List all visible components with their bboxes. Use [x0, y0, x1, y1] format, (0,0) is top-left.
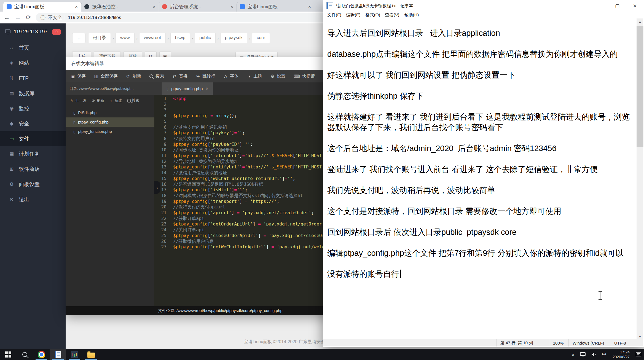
scrollbar[interactable]: ▲ ▼	[637, 18, 643, 340]
breadcrumb-item[interactable]: bswp	[170, 33, 190, 43]
scrollbar-th umb[interactable]	[637, 26, 643, 147]
code-text: <?php	[170, 96, 186, 102]
sidebar-item[interactable]: ◆安全	[0, 116, 66, 131]
sidebar-item[interactable]: ◉监控	[0, 101, 66, 116]
tab-close-icon[interactable]: ✕	[205, 87, 208, 91]
taskbar-app-icon[interactable]	[66, 349, 83, 360]
file-tree-item[interactable]: ▯ptpay_config.php	[66, 117, 154, 127]
editor-toolbar-button[interactable]: ⚙设置	[270, 73, 286, 79]
network-icon[interactable]	[577, 352, 588, 357]
sidebar-menu: ⌂首页◈网站⇅FTP▤数据库◉监控◆安全▭文件▦计划任务⊞软件商店⚙面板设置⊗退…	[0, 40, 66, 207]
editor-toolbar-button[interactable]: A字体	[224, 73, 239, 79]
file-panel-action[interactable]: ↰上一级	[69, 98, 86, 103]
screen: { "browser": { "tabs": [ {"title": "宝塔Li…	[0, 0, 644, 360]
tab-close-icon[interactable]: ×	[230, 4, 233, 9]
breadcrumb-item[interactable]: core	[252, 33, 270, 43]
file-tab[interactable]: ▯ ptpay_config.php ✕	[162, 82, 213, 95]
editor-toolbar-button[interactable]: ▣保存	[71, 73, 86, 79]
taskbar-chrome-icon[interactable]	[33, 349, 50, 360]
file-panel-action[interactable]: +新建	[109, 98, 122, 103]
editor-toolbar-button[interactable]: ⌨快捷键	[294, 73, 315, 79]
breadcrumb-item[interactable]: public	[195, 33, 216, 43]
breadcrumb-item[interactable]: www	[116, 33, 135, 43]
text-line: 这个支付是对接派特，回到网站根目录 需要修改一个地方即可使用	[327, 206, 632, 216]
volume-icon[interactable]	[588, 352, 599, 357]
taskbar-start-icon[interactable]	[0, 349, 17, 360]
line-number: 4	[154, 113, 170, 119]
code-text: $ptpay_config['returnUrl']='http://'.$_S…	[170, 153, 327, 159]
file-panel-action[interactable]: ⟳刷新	[91, 98, 104, 103]
menu-item[interactable]: 文件(F)	[325, 12, 344, 18]
sidebar-item[interactable]: ⌂首页	[0, 40, 66, 55]
line-number: 12	[154, 159, 170, 165]
browser-tab[interactable]: 后台管理系统 -×	[159, 2, 237, 12]
editor-toolbar-button[interactable]: 搜索	[149, 73, 164, 79]
editor-toolbar-button[interactable]: ◑主题	[247, 73, 262, 79]
tab-close-icon[interactable]: ×	[153, 4, 155, 9]
menu-item[interactable]: 编辑(E)	[344, 12, 363, 18]
start-icon	[5, 351, 11, 358]
sidebar-item[interactable]: ▭文件	[0, 131, 66, 146]
breadcrumb-item[interactable]: 根目录	[88, 33, 111, 43]
tab-favicon-icon	[240, 4, 245, 9]
minimize-button[interactable]: –	[591, 0, 608, 11]
sidebar-item[interactable]: ▦计划任务	[0, 146, 66, 162]
menu-item[interactable]: 帮助(H)	[402, 12, 422, 18]
clock[interactable]: 17:24 2020/8/27	[609, 350, 633, 359]
browser-tab[interactable]: 宝塔Linux面板×	[3, 2, 81, 12]
action-center-icon[interactable]	[633, 352, 644, 357]
editor-toolbar-button[interactable]: ⟳刷新	[126, 73, 141, 79]
reload-icon[interactable]: ⟳	[26, 14, 31, 21]
ime-indicator[interactable]: 中	[599, 352, 609, 358]
notification-badge[interactable]: 0	[52, 29, 61, 35]
editor-toolbar-button[interactable]: ▥全部保存	[94, 73, 118, 79]
code-text: //同步地址 替换为你的同步地址	[170, 147, 238, 153]
forward-icon[interactable]: →	[15, 14, 21, 21]
sidebar-item[interactable]: ◈网站	[0, 55, 66, 71]
breadcrumb-back-button[interactable]: ←	[72, 33, 85, 43]
close-button[interactable]: ✕	[626, 0, 644, 11]
url-text: 119.29.113.197:8888/files	[68, 15, 121, 20]
notepad-text-area[interactable]: 导入进去后回到网站根目录 进入目录applicationdatabase.php…	[323, 18, 637, 340]
maximize-button[interactable]: ▢	[608, 0, 626, 11]
sidebar-item[interactable]: ⊞软件商店	[0, 162, 66, 177]
file-panel-action[interactable]: 搜索	[127, 98, 139, 103]
server-row[interactable]: 119.29.113.197 0	[0, 23, 66, 40]
back-icon[interactable]: ←	[4, 14, 10, 21]
text-line	[327, 237, 632, 248]
sidebar-item[interactable]: ▤数据库	[0, 86, 66, 101]
file-tree-item[interactable]: ▯PtSdk.php	[66, 108, 154, 117]
text-line	[327, 38, 632, 49]
menu-item[interactable]: 格式(O)	[363, 12, 382, 18]
sidebar-item[interactable]: ⇅FTP	[0, 71, 66, 86]
refresh-icon: ⟳	[91, 98, 96, 103]
taskbar-search-icon[interactable]	[17, 349, 33, 360]
scroll-down-icon[interactable]: ▼	[637, 334, 643, 340]
taskbar-explorer-icon[interactable]	[83, 349, 99, 360]
editor-toolbar-button[interactable]: ⇄替换	[172, 73, 187, 79]
menu-item[interactable]: 查看(V)	[383, 12, 402, 18]
scroll-up-icon[interactable]: ▲	[637, 18, 643, 25]
taskbar-notepad-icon[interactable]	[50, 349, 66, 360]
browser-tab[interactable]: 宝塔Linux面板×	[237, 2, 314, 12]
file-tree-item[interactable]: ▯ptpay_function.php	[66, 127, 154, 136]
info-icon[interactable]: ⓘ	[40, 14, 45, 21]
editor-toolbar-button[interactable]: ↪跳转行	[196, 73, 215, 79]
tab-close-icon[interactable]: ×	[75, 4, 78, 9]
php-file-icon: ▯	[73, 130, 75, 134]
tab-close-icon[interactable]: ×	[308, 4, 311, 9]
breadcrumb-item[interactable]: wwwroot	[139, 33, 166, 43]
notepad-titlebar[interactable]: *新版白色微盘k线无卡顿教程.txt - 记事本 – ▢ ✕	[323, 0, 644, 11]
replace-icon: ⇄	[172, 74, 177, 79]
hidden-icons-chevron-icon[interactable]: ∧	[569, 352, 577, 357]
sidebar-item[interactable]: ⊗退出	[0, 192, 66, 207]
sidebar-item[interactable]: ⚙面板设置	[0, 177, 66, 192]
sidebar-item-label: FTP	[19, 75, 29, 81]
browser-tab[interactable]: 振华石油控 -×	[81, 2, 159, 12]
up-level-icon: ↰	[69, 98, 74, 103]
directory-label: 目录: /www/wwwroot/bswp/public/pt...	[66, 82, 162, 95]
line-number: 10	[154, 147, 170, 153]
collapse-panel-handle[interactable]: ‹	[154, 181, 160, 194]
app-icon	[71, 351, 78, 358]
breadcrumb-item[interactable]: ptpaysdk	[220, 33, 247, 43]
